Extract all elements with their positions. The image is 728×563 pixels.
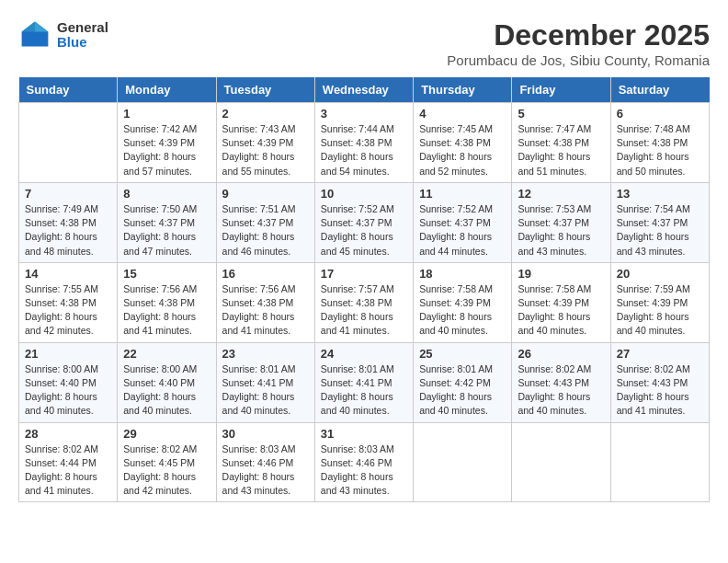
day-number: 4 <box>419 107 506 121</box>
day-number: 5 <box>518 107 604 121</box>
logo: General Blue <box>18 18 108 52</box>
calendar-cell: 14Sunrise: 7:55 AM Sunset: 4:38 PM Dayli… <box>19 262 118 342</box>
logo-icon <box>18 18 51 52</box>
svg-marker-1 <box>35 22 48 32</box>
calendar-cell: 10Sunrise: 7:52 AM Sunset: 4:37 PM Dayli… <box>314 182 413 262</box>
day-number: 27 <box>617 347 703 361</box>
day-info: Sunrise: 7:50 AM Sunset: 4:37 PM Dayligh… <box>123 202 210 259</box>
calendar-cell: 2Sunrise: 7:43 AM Sunset: 4:39 PM Daylig… <box>216 103 314 183</box>
day-number: 18 <box>419 267 506 281</box>
week-row-3: 14Sunrise: 7:55 AM Sunset: 4:38 PM Dayli… <box>19 262 710 342</box>
day-number: 11 <box>419 187 506 201</box>
calendar-cell: 23Sunrise: 8:01 AM Sunset: 4:41 PM Dayli… <box>216 342 314 422</box>
weekday-header-tuesday: Tuesday <box>216 77 314 103</box>
day-info: Sunrise: 7:57 AM Sunset: 4:38 PM Dayligh… <box>321 282 407 339</box>
day-number: 1 <box>123 107 210 121</box>
day-number: 7 <box>25 187 111 201</box>
day-info: Sunrise: 7:42 AM Sunset: 4:39 PM Dayligh… <box>123 122 210 178</box>
header: General Blue December 2025 Porumbacu de … <box>18 18 710 68</box>
calendar-cell: 30Sunrise: 8:03 AM Sunset: 4:46 PM Dayli… <box>216 422 314 502</box>
day-number: 16 <box>222 267 309 281</box>
day-number: 23 <box>222 347 309 361</box>
weekday-header-saturday: Saturday <box>610 77 709 103</box>
calendar-cell: 4Sunrise: 7:45 AM Sunset: 4:38 PM Daylig… <box>414 103 512 183</box>
calendar-cell: 18Sunrise: 7:58 AM Sunset: 4:39 PM Dayli… <box>414 262 512 342</box>
calendar-cell: 19Sunrise: 7:58 AM Sunset: 4:39 PM Dayli… <box>512 262 610 342</box>
logo-blue-text: Blue <box>57 35 108 51</box>
day-info: Sunrise: 7:45 AM Sunset: 4:38 PM Dayligh… <box>419 122 506 178</box>
day-number: 30 <box>222 427 309 441</box>
day-number: 31 <box>321 427 407 441</box>
calendar-cell: 13Sunrise: 7:54 AM Sunset: 4:37 PM Dayli… <box>610 182 709 262</box>
weekday-header-monday: Monday <box>118 77 216 103</box>
calendar-cell <box>512 422 610 502</box>
calendar-cell: 27Sunrise: 8:02 AM Sunset: 4:43 PM Dayli… <box>610 342 709 422</box>
day-number: 21 <box>25 347 111 361</box>
day-number: 25 <box>419 347 506 361</box>
day-info: Sunrise: 7:59 AM Sunset: 4:39 PM Dayligh… <box>617 282 703 339</box>
calendar-cell: 3Sunrise: 7:44 AM Sunset: 4:38 PM Daylig… <box>314 103 413 183</box>
day-info: Sunrise: 7:49 AM Sunset: 4:38 PM Dayligh… <box>25 202 111 259</box>
day-info: Sunrise: 7:52 AM Sunset: 4:37 PM Dayligh… <box>321 202 407 259</box>
week-row-4: 21Sunrise: 8:00 AM Sunset: 4:40 PM Dayli… <box>19 342 710 422</box>
svg-marker-2 <box>22 22 35 32</box>
calendar-cell: 28Sunrise: 8:02 AM Sunset: 4:44 PM Dayli… <box>19 422 118 502</box>
day-info: Sunrise: 8:03 AM Sunset: 4:46 PM Dayligh… <box>222 442 309 499</box>
day-number: 12 <box>518 187 604 201</box>
weekday-header-row: SundayMondayTuesdayWednesdayThursdayFrid… <box>19 77 710 103</box>
calendar-cell: 22Sunrise: 8:00 AM Sunset: 4:40 PM Dayli… <box>118 342 216 422</box>
day-info: Sunrise: 8:01 AM Sunset: 4:41 PM Dayligh… <box>321 362 407 419</box>
day-number: 14 <box>25 267 111 281</box>
day-info: Sunrise: 7:54 AM Sunset: 4:37 PM Dayligh… <box>617 202 703 259</box>
day-number: 20 <box>617 267 703 281</box>
title-section: December 2025 Porumbacu de Jos, Sibiu Co… <box>447 18 710 68</box>
day-number: 24 <box>321 347 407 361</box>
calendar-cell <box>414 422 512 502</box>
day-info: Sunrise: 7:51 AM Sunset: 4:37 PM Dayligh… <box>222 202 309 259</box>
week-row-2: 7Sunrise: 7:49 AM Sunset: 4:38 PM Daylig… <box>19 182 710 262</box>
day-info: Sunrise: 8:01 AM Sunset: 4:41 PM Dayligh… <box>222 362 309 419</box>
day-number: 6 <box>617 107 703 121</box>
day-number: 22 <box>123 347 210 361</box>
weekday-header-thursday: Thursday <box>414 77 512 103</box>
calendar-cell: 15Sunrise: 7:56 AM Sunset: 4:38 PM Dayli… <box>118 262 216 342</box>
day-info: Sunrise: 7:56 AM Sunset: 4:38 PM Dayligh… <box>222 282 309 339</box>
day-info: Sunrise: 7:52 AM Sunset: 4:37 PM Dayligh… <box>419 202 506 259</box>
week-row-5: 28Sunrise: 8:02 AM Sunset: 4:44 PM Dayli… <box>19 422 710 502</box>
day-info: Sunrise: 7:55 AM Sunset: 4:38 PM Dayligh… <box>25 282 111 339</box>
calendar-cell: 25Sunrise: 8:01 AM Sunset: 4:42 PM Dayli… <box>414 342 512 422</box>
calendar-cell: 8Sunrise: 7:50 AM Sunset: 4:37 PM Daylig… <box>118 182 216 262</box>
day-number: 3 <box>321 107 407 121</box>
day-number: 17 <box>321 267 407 281</box>
logo-general-text: General <box>57 20 108 36</box>
day-info: Sunrise: 7:53 AM Sunset: 4:37 PM Dayligh… <box>518 202 604 259</box>
day-info: Sunrise: 8:00 AM Sunset: 4:40 PM Dayligh… <box>123 362 210 419</box>
day-number: 28 <box>25 427 111 441</box>
day-info: Sunrise: 7:47 AM Sunset: 4:38 PM Dayligh… <box>518 122 604 178</box>
day-number: 19 <box>518 267 604 281</box>
calendar-cell: 12Sunrise: 7:53 AM Sunset: 4:37 PM Dayli… <box>512 182 610 262</box>
day-info: Sunrise: 8:02 AM Sunset: 4:44 PM Dayligh… <box>25 442 111 499</box>
calendar-cell: 17Sunrise: 7:57 AM Sunset: 4:38 PM Dayli… <box>314 262 413 342</box>
day-info: Sunrise: 7:44 AM Sunset: 4:38 PM Dayligh… <box>321 122 407 178</box>
weekday-header-friday: Friday <box>512 77 610 103</box>
calendar-cell: 9Sunrise: 7:51 AM Sunset: 4:37 PM Daylig… <box>216 182 314 262</box>
day-number: 26 <box>518 347 604 361</box>
day-info: Sunrise: 7:43 AM Sunset: 4:39 PM Dayligh… <box>222 122 309 178</box>
day-info: Sunrise: 8:01 AM Sunset: 4:42 PM Dayligh… <box>419 362 506 419</box>
calendar-cell: 5Sunrise: 7:47 AM Sunset: 4:38 PM Daylig… <box>512 103 610 183</box>
day-info: Sunrise: 7:58 AM Sunset: 4:39 PM Dayligh… <box>419 282 506 339</box>
calendar-cell: 20Sunrise: 7:59 AM Sunset: 4:39 PM Dayli… <box>610 262 709 342</box>
calendar-title: December 2025 <box>447 18 710 52</box>
calendar-cell: 24Sunrise: 8:01 AM Sunset: 4:41 PM Dayli… <box>314 342 413 422</box>
day-info: Sunrise: 7:48 AM Sunset: 4:38 PM Dayligh… <box>617 122 703 178</box>
calendar-cell: 6Sunrise: 7:48 AM Sunset: 4:38 PM Daylig… <box>610 103 709 183</box>
day-info: Sunrise: 8:00 AM Sunset: 4:40 PM Dayligh… <box>25 362 111 419</box>
calendar-cell <box>610 422 709 502</box>
day-number: 29 <box>123 427 210 441</box>
calendar-subtitle: Porumbacu de Jos, Sibiu County, Romania <box>447 52 710 68</box>
day-number: 10 <box>321 187 407 201</box>
calendar-cell: 16Sunrise: 7:56 AM Sunset: 4:38 PM Dayli… <box>216 262 314 342</box>
weekday-header-sunday: Sunday <box>19 77 118 103</box>
day-number: 13 <box>617 187 703 201</box>
